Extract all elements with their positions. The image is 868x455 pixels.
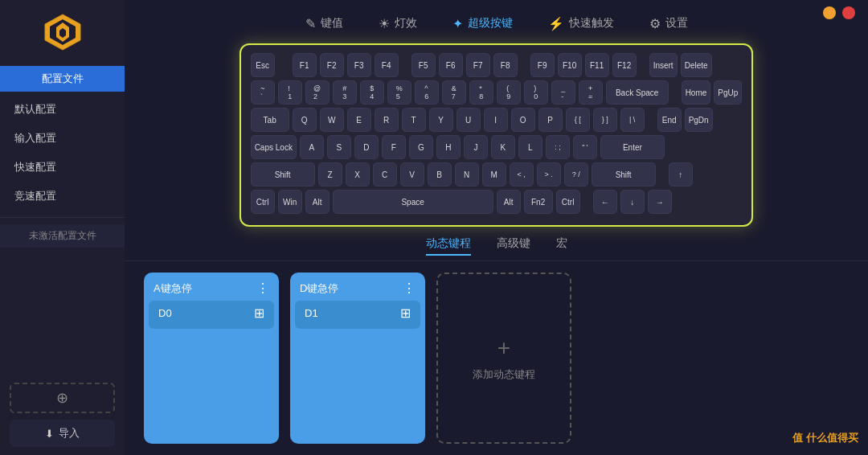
key-delete[interactable]: Delete [681, 53, 712, 77]
add-macro-card[interactable]: + 添加动态键程 [436, 273, 571, 444]
key-insert[interactable]: Insert [649, 53, 678, 77]
key-pgdn[interactable]: PgDn [685, 108, 713, 132]
key-n[interactable]: N [455, 162, 479, 187]
key-i[interactable]: I [484, 108, 508, 132]
key-semicolon[interactable]: : ; [546, 135, 570, 159]
nav-lighting[interactable]: ☀ 灯效 [361, 11, 435, 36]
key-up[interactable]: ↑ [669, 162, 693, 187]
key-5[interactable]: %5 [387, 80, 411, 105]
key-f9[interactable]: F9 [530, 53, 555, 77]
key-m[interactable]: M [482, 162, 506, 187]
minimize-button[interactable] [823, 6, 836, 19]
key-u[interactable]: U [457, 108, 481, 132]
key-fn2[interactable]: Fn2 [524, 190, 553, 214]
key-capslock[interactable]: Caps Lock [251, 135, 297, 159]
key-f2[interactable]: F2 [320, 53, 344, 77]
key-f6[interactable]: F6 [439, 53, 463, 77]
key-k[interactable]: K [491, 135, 515, 159]
key-space[interactable]: Space [333, 190, 493, 214]
key-f[interactable]: F [382, 135, 406, 159]
key-minus[interactable]: _- [551, 80, 575, 105]
sidebar-item-default[interactable]: 默认配置 [0, 95, 125, 124]
key-f5[interactable]: F5 [411, 53, 436, 77]
key-0[interactable]: )0 [524, 80, 548, 105]
key-f8[interactable]: F8 [493, 53, 518, 77]
key-w[interactable]: W [320, 108, 344, 132]
key-enter[interactable]: Enter [600, 135, 665, 159]
key-7[interactable]: &7 [442, 80, 466, 105]
close-button[interactable] [842, 6, 855, 19]
key-backspace[interactable]: Back Space [606, 80, 669, 105]
tab-advanced-key[interactable]: 高级键 [497, 236, 530, 256]
key-alt-right[interactable]: Alt [497, 190, 521, 214]
key-z[interactable]: Z [318, 162, 342, 187]
key-lbracket[interactable]: { [ [566, 108, 590, 132]
key-9[interactable]: (9 [497, 80, 521, 105]
key-alt-left[interactable]: Alt [305, 190, 330, 214]
key-shift-left[interactable]: Shift [251, 162, 315, 187]
key-home[interactable]: Home [682, 80, 711, 105]
key-6[interactable]: ^6 [415, 80, 439, 105]
macro-card-d-menu[interactable]: ⋮ [403, 281, 416, 296]
key-comma[interactable]: < , [510, 162, 534, 187]
key-y[interactable]: Y [429, 108, 453, 132]
key-shift-right[interactable]: Shift [592, 162, 656, 187]
key-v[interactable]: V [400, 162, 424, 187]
key-f12[interactable]: F12 [612, 53, 637, 77]
nav-settings[interactable]: ⚙ 设置 [632, 11, 706, 36]
key-right[interactable]: → [648, 190, 672, 214]
key-q[interactable]: Q [293, 108, 317, 132]
key-rbracket[interactable]: } ] [593, 108, 617, 132]
key-tab[interactable]: Tab [251, 108, 289, 132]
key-8[interactable]: *8 [469, 80, 493, 105]
key-win[interactable]: Win [278, 190, 302, 214]
sidebar-add-button[interactable]: ⊕ [10, 383, 115, 413]
key-a[interactable]: A [300, 135, 324, 159]
key-b[interactable]: B [428, 162, 452, 187]
key-d[interactable]: D [354, 135, 379, 159]
key-tilde[interactable]: ~` [251, 80, 275, 105]
key-f3[interactable]: F3 [347, 53, 371, 77]
tab-macro[interactable]: 宏 [556, 236, 567, 256]
key-2[interactable]: @2 [305, 80, 330, 105]
key-ctrl-left[interactable]: Ctrl [251, 190, 275, 214]
nav-rapidtrigger[interactable]: ⚡ 快速触发 [530, 11, 632, 36]
sidebar-item-race[interactable]: 竞速配置 [0, 182, 125, 211]
nav-keybind[interactable]: ✎ 键值 [288, 11, 361, 36]
key-4[interactable]: $4 [360, 80, 384, 105]
key-f11[interactable]: F11 [585, 53, 609, 77]
key-period[interactable]: > . [537, 162, 561, 187]
macro-card-d-body[interactable]: D1 ⊞ [295, 301, 420, 329]
key-down[interactable]: ↓ [620, 190, 645, 214]
key-pgup[interactable]: PgUp [714, 80, 742, 105]
key-x[interactable]: X [346, 162, 370, 187]
key-g[interactable]: G [409, 135, 433, 159]
key-h[interactable]: H [436, 135, 461, 159]
key-quote[interactable]: " ' [573, 135, 597, 159]
key-s[interactable]: S [327, 135, 351, 159]
sidebar-item-quick[interactable]: 快速配置 [0, 153, 125, 182]
key-o[interactable]: O [511, 108, 535, 132]
key-e[interactable]: E [347, 108, 371, 132]
macro-card-a-menu[interactable]: ⋮ [256, 281, 269, 296]
key-f1[interactable]: F1 [293, 53, 317, 77]
key-left[interactable]: ← [593, 190, 617, 214]
key-esc[interactable]: Esc [251, 53, 275, 77]
key-r[interactable]: R [375, 108, 399, 132]
tab-dynamic-keystroke[interactable]: 动态键程 [426, 236, 471, 256]
nav-superkey[interactable]: ✦ 超级按键 [435, 11, 530, 36]
sidebar-import-button[interactable]: ⬇ 导入 [10, 420, 115, 447]
key-backslash[interactable]: | \ [620, 108, 645, 132]
key-equals[interactable]: += [579, 80, 603, 105]
key-l[interactable]: L [518, 135, 542, 159]
key-slash[interactable]: ? / [564, 162, 588, 187]
key-j[interactable]: J [464, 135, 488, 159]
key-ctrl-right[interactable]: Ctrl [556, 190, 580, 214]
sidebar-item-input[interactable]: 输入配置 [0, 124, 125, 153]
key-end[interactable]: End [657, 108, 682, 132]
key-f4[interactable]: F4 [375, 53, 399, 77]
key-1[interactable]: !1 [278, 80, 302, 105]
key-3[interactable]: #3 [333, 80, 357, 105]
key-f7[interactable]: F7 [466, 53, 490, 77]
key-p[interactable]: P [538, 108, 563, 132]
